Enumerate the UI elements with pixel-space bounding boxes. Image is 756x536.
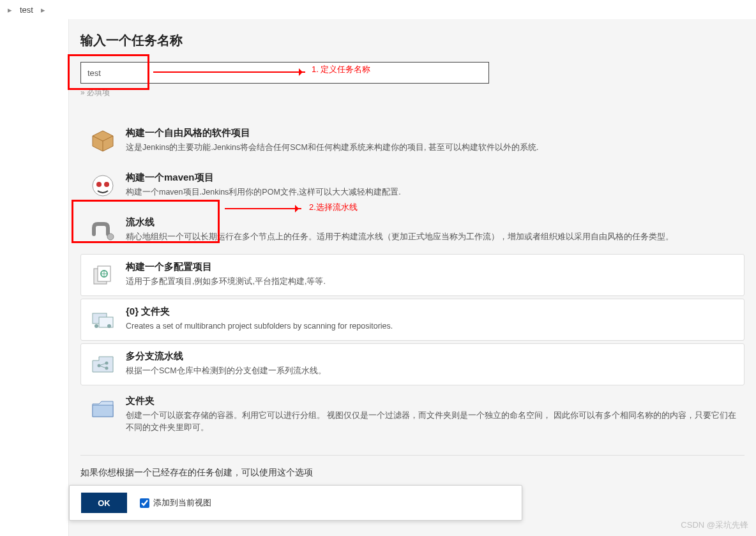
- main-content: 输入一个任务名称 » 必填项 构建一个自由风格的软件项目 这是Jenkins的主…: [69, 19, 756, 536]
- copy-prompt: 如果你想根据一个已经存在的任务创建，可以使用这个选项: [80, 467, 745, 479]
- svg-point-13: [94, 324, 98, 328]
- ok-button[interactable]: OK: [81, 493, 127, 513]
- option-multibranch[interactable]: 多分支流水线 根据一个SCM仓库中检测到的分支创建一系列流水线。: [80, 343, 745, 385]
- option-freestyle[interactable]: 构建一个自由风格的软件项目 这是Jenkins的主要功能.Jenkins将会结合…: [80, 120, 745, 162]
- page-title: 输入一个任务名称: [80, 32, 745, 49]
- svg-point-3: [96, 182, 102, 187]
- option-org-folder[interactable]: {0} 文件夹 Creates a set of multibranch pro…: [80, 299, 745, 341]
- add-to-view-input[interactable]: [140, 498, 149, 508]
- multibranch-icon: [89, 350, 117, 378]
- option-desc: 根据一个SCM仓库中检测到的分支创建一系列流水线。: [126, 365, 736, 377]
- option-multiconfig[interactable]: 构建一个多配置项目 适用于多配置项目,例如多环境测试,平台指定构建,等等.: [80, 254, 745, 296]
- option-title: 多分支流水线: [126, 350, 736, 362]
- option-desc: 构建一个maven项目.Jenkins利用你的POM文件,这样可以大大减轻构建配…: [126, 186, 736, 198]
- option-pipeline[interactable]: 流水线 精心地组织一个可以长期运行在多个节点上的任务。适用于构建流水线（更加正式…: [80, 209, 745, 251]
- option-title: 构建一个maven项目: [126, 172, 736, 184]
- svg-point-4: [104, 182, 109, 187]
- action-bar: OK 添加到当前视图: [69, 485, 522, 521]
- multiconfig-icon: [89, 261, 117, 289]
- option-desc: Creates a set of multibranch project sub…: [126, 320, 736, 332]
- breadcrumb-item[interactable]: test: [16, 5, 37, 15]
- pipeline-icon: [89, 216, 117, 244]
- required-hint: » 必填项: [80, 87, 745, 98]
- sidebar: [0, 19, 69, 536]
- item-name-input[interactable]: [80, 62, 489, 84]
- option-desc: 精心地组织一个可以长期运行在多个节点上的任务。适用于构建流水线（更加正式地应当称…: [126, 231, 736, 243]
- option-title: 文件夹: [126, 395, 736, 407]
- org-folder-icon: [89, 306, 117, 334]
- breadcrumb: ▸ test ▸: [0, 0, 756, 19]
- option-title: {0} 文件夹: [126, 306, 736, 318]
- option-title: 构建一个自由风格的软件项目: [126, 127, 736, 139]
- box-icon: [89, 127, 117, 155]
- folder-icon: [89, 395, 117, 423]
- option-maven[interactable]: 构建一个maven项目 构建一个maven项目.Jenkins利用你的POM文件…: [80, 165, 745, 207]
- add-to-view-label: 添加到当前视图: [153, 497, 211, 509]
- chevron-right-icon: ▸: [37, 5, 49, 15]
- option-desc: 创建一个可以嵌套存储的容器。利用它可以进行分组。 视图仅仅是一个过滤器，而文件夹…: [126, 410, 736, 434]
- item-type-list: 构建一个自由风格的软件项目 这是Jenkins的主要功能.Jenkins将会结合…: [80, 120, 745, 441]
- option-title: 流水线: [126, 216, 736, 228]
- add-to-view-checkbox[interactable]: 添加到当前视图: [140, 497, 211, 509]
- chevron-right-icon: ▸: [4, 5, 16, 15]
- maven-icon: [89, 172, 117, 200]
- option-desc: 适用于多配置项目,例如多环境测试,平台指定构建,等等.: [126, 276, 736, 288]
- option-title: 构建一个多配置项目: [126, 261, 736, 273]
- svg-point-5: [107, 234, 114, 240]
- option-folder[interactable]: 文件夹 创建一个可以嵌套存储的容器。利用它可以进行分组。 视图仅仅是一个过滤器，…: [80, 388, 745, 441]
- svg-point-14: [107, 324, 111, 328]
- svg-rect-20: [93, 405, 113, 417]
- option-desc: 这是Jenkins的主要功能.Jenkins将会结合任何SCM和任何构建系统来构…: [126, 142, 736, 154]
